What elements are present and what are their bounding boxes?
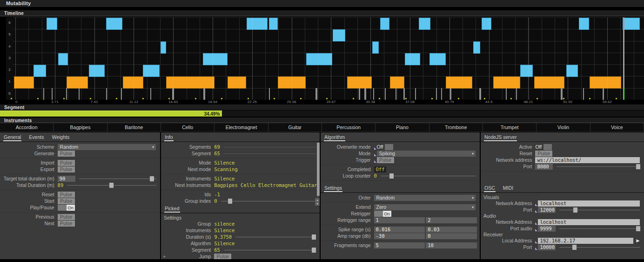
instrument-tab-accordion[interactable]: Accordion xyxy=(0,123,54,131)
tab-nodejs-server[interactable]: NodeJS server xyxy=(484,134,517,141)
timeline-note-orange[interactable] xyxy=(390,76,404,89)
timeline-note-blue[interactable] xyxy=(106,18,122,30)
instrument-tab-percussion[interactable]: Percussion xyxy=(322,123,376,131)
slider-thumb[interactable] xyxy=(636,226,640,231)
timeline-note-blue[interactable] xyxy=(419,18,430,30)
timeline-note-blue[interactable] xyxy=(247,18,268,30)
retrigger-toggle[interactable]: On xyxy=(374,211,391,217)
timeline-note-blue[interactable] xyxy=(47,18,57,30)
slider-thumb[interactable] xyxy=(312,234,316,240)
stepper-buttons[interactable]: ▴▾ xyxy=(315,198,320,206)
timeline-note-blue[interactable] xyxy=(203,53,228,65)
timeline-note-blue[interactable] xyxy=(380,18,389,30)
add-button[interactable]: + xyxy=(163,253,166,259)
timeline-note-orange[interactable] xyxy=(446,76,472,89)
picked-segment-slider[interactable] xyxy=(224,247,316,253)
target-total-duration-slider[interactable] xyxy=(79,176,156,182)
slider-thumb[interactable] xyxy=(312,248,316,253)
slider-thumb[interactable] xyxy=(109,183,114,188)
instrument-tab-piano[interactable]: Piano xyxy=(376,123,429,131)
node-port-value[interactable]: 8080 xyxy=(535,164,553,170)
timeline-note-blue[interactable] xyxy=(269,18,278,30)
slider-thumb[interactable] xyxy=(389,173,394,179)
timeline-note-blue[interactable] xyxy=(623,18,640,30)
play-arrow-icon[interactable]: ▶ xyxy=(635,238,641,244)
timeline-note-blue[interactable] xyxy=(306,53,332,65)
timeline-note-orange[interactable] xyxy=(493,76,520,89)
slider-thumb[interactable] xyxy=(228,199,232,204)
group-index-slider[interactable] xyxy=(221,198,316,204)
timeline-note-orange[interactable] xyxy=(123,76,143,89)
slider-thumb[interactable] xyxy=(636,164,640,169)
tab-general[interactable]: General xyxy=(3,134,21,141)
timeline-note-blue[interactable] xyxy=(520,65,533,77)
loop-counter-slider[interactable] xyxy=(381,173,476,179)
receiver-local-address-input[interactable]: 192.168.2.17 xyxy=(538,238,633,244)
slider-thumb[interactable] xyxy=(573,207,577,213)
timeline-note-blue[interactable] xyxy=(161,41,166,54)
order-dropdown[interactable]: Random▾ xyxy=(374,195,476,201)
scrollbar-thumb[interactable] xyxy=(317,143,320,196)
instrument-tab-guitar[interactable]: Guitar xyxy=(268,123,322,131)
playhead[interactable] xyxy=(623,17,624,89)
scrollbar[interactable] xyxy=(317,142,320,197)
slider-thumb[interactable] xyxy=(572,245,577,250)
scheme-dropdown[interactable]: Random▾ xyxy=(58,144,156,150)
play-pause-toggle[interactable]: On xyxy=(58,205,75,211)
instrument-tab-baritone[interactable]: Baritone xyxy=(107,123,161,131)
tab-algorithm[interactable]: Algorithm xyxy=(324,134,345,141)
visuals-network-address-input[interactable]: localhost xyxy=(538,200,640,207)
extend-dropdown[interactable]: Zero▾ xyxy=(374,204,476,210)
node-port-slider[interactable] xyxy=(557,164,640,170)
timeline-note-orange[interactable] xyxy=(14,76,34,89)
timeline-note-orange[interactable] xyxy=(67,76,88,89)
amp-range-max[interactable]: 0 xyxy=(426,233,477,239)
amp-range-min[interactable]: -30 xyxy=(374,233,425,239)
target-total-duration-value[interactable]: 90 xyxy=(58,176,75,182)
retrigger-range-min[interactable]: 1 xyxy=(374,217,425,223)
timeline-note-blue[interactable] xyxy=(58,53,68,65)
retrigger-range-max[interactable]: 2 xyxy=(426,217,477,223)
timeline-note-orange[interactable] xyxy=(534,76,564,89)
timeline-note-blue[interactable] xyxy=(89,65,105,77)
timeline-note-blue[interactable] xyxy=(482,18,491,30)
audio-port-value[interactable]: 9999 xyxy=(538,226,556,232)
tab-events[interactable]: Events xyxy=(28,134,44,141)
instrument-tab-electromagnet[interactable]: Electromagnet xyxy=(215,123,268,131)
total-duration-slider[interactable] xyxy=(67,182,156,188)
timeline-note-blue[interactable] xyxy=(429,53,446,65)
picked-duration-slider[interactable] xyxy=(235,234,316,240)
start-button[interactable]: Pulse xyxy=(58,198,75,204)
tab-midi[interactable]: MIDI xyxy=(503,185,514,192)
spike-range-min[interactable]: 0.016 xyxy=(374,227,425,233)
slider-thumb[interactable] xyxy=(150,176,154,181)
instrument-tab-violin[interactable]: Violin xyxy=(537,123,590,131)
timeline-plot[interactable] xyxy=(13,17,644,100)
node-active-toggle[interactable] xyxy=(543,144,552,150)
instrument-tab-voice[interactable]: Voice xyxy=(590,123,644,131)
receiver-port-value[interactable]: 10000 xyxy=(538,244,556,250)
reset-button[interactable]: Pulse xyxy=(58,192,75,198)
receiver-port-slider[interactable] xyxy=(559,244,640,250)
tab-settings[interactable]: Settings xyxy=(324,185,342,192)
tab-info[interactable]: Info xyxy=(164,134,174,141)
export-button[interactable]: Pulse xyxy=(58,166,75,172)
instrument-tab-trumpet[interactable]: Trumpet xyxy=(483,123,537,131)
import-button[interactable]: Pulse xyxy=(58,160,75,166)
overwrite-mode-toggle[interactable] xyxy=(385,144,393,150)
audio-port-slider[interactable] xyxy=(559,226,640,232)
algorithm-mode-dropdown[interactable]: Spiking▾ xyxy=(377,151,476,157)
audio-network-address-input[interactable]: localhost xyxy=(538,219,640,225)
trigger-button[interactable]: Pulse xyxy=(377,157,394,163)
timeline-note-blue[interactable] xyxy=(405,53,420,65)
timeline-note-blue[interactable] xyxy=(473,41,480,54)
generate-button[interactable]: Pulse xyxy=(58,151,75,157)
instrument-tab-cello[interactable]: Cello xyxy=(161,123,215,131)
spike-range-max[interactable]: 0.03 xyxy=(426,227,477,233)
next-button[interactable]: Pulse xyxy=(58,221,75,227)
segment-progress[interactable]: 34.49% xyxy=(0,110,644,117)
jump-button[interactable]: Pulse xyxy=(214,254,231,260)
visuals-port-slider[interactable] xyxy=(559,207,640,213)
timeline-note-blue[interactable] xyxy=(579,18,589,30)
timeline-note-blue[interactable] xyxy=(143,65,160,77)
